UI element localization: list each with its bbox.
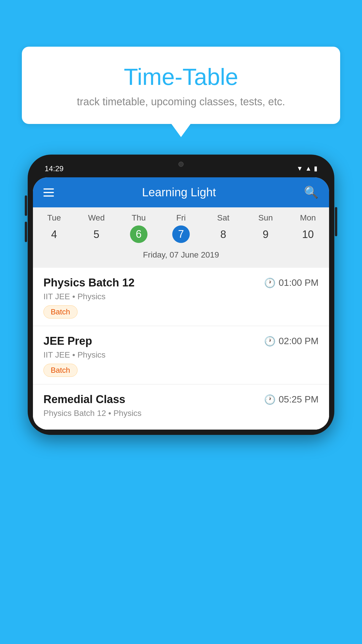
schedule-item-3[interactable]: Remedial Class 🕐 05:25 PM Physics Batch … xyxy=(33,384,329,430)
day-5[interactable]: 5 xyxy=(75,225,117,244)
schedule-item-1-name: Physics Batch 12 xyxy=(43,276,135,289)
schedule-item-3-header: Remedial Class 🕐 05:25 PM xyxy=(43,393,319,406)
day-header-thu: Thu xyxy=(117,213,160,223)
calendar-strip: Tue Wed Thu Fri Sat Sun Mon 4 5 6 7 8 9 … xyxy=(33,207,329,268)
hamburger-line-2 xyxy=(43,192,54,193)
schedule-item-2[interactable]: JEE Prep 🕐 02:00 PM IIT JEE • Physics Ba… xyxy=(33,326,329,384)
day-header-sat: Sat xyxy=(202,213,245,223)
day-header-tue: Tue xyxy=(33,213,75,223)
day-9[interactable]: 9 xyxy=(245,225,287,244)
schedule-item-2-header: JEE Prep 🕐 02:00 PM xyxy=(43,335,319,347)
signal-icon: ▲ xyxy=(305,165,312,172)
day-headers: Tue Wed Thu Fri Sat Sun Mon xyxy=(33,213,329,223)
schedule-item-2-time-text: 02:00 PM xyxy=(279,336,319,346)
day-7-selected[interactable]: 7 xyxy=(172,225,190,243)
clock-icon-2: 🕐 xyxy=(264,336,276,347)
phone-time: 14:29 xyxy=(45,164,64,173)
day-10[interactable]: 10 xyxy=(287,225,329,244)
volume-down-button xyxy=(25,222,27,242)
schedule-item-3-time-text: 05:25 PM xyxy=(279,394,319,405)
status-icons: ▼ ▲ ▮ xyxy=(296,165,317,172)
day-header-sun: Sun xyxy=(245,213,287,223)
hamburger-line-3 xyxy=(43,195,54,197)
volume-up-button xyxy=(25,195,27,216)
phone-outer: 14:29 ▼ ▲ ▮ Learning Light 🔍 xyxy=(28,155,334,435)
schedule-item-2-tag: Batch xyxy=(43,364,78,377)
schedule-list: Physics Batch 12 🕐 01:00 PM IIT JEE • Ph… xyxy=(33,268,329,430)
speech-bubble-container: Time-Table track timetable, upcoming cla… xyxy=(22,47,340,124)
app-title: Learning Light xyxy=(54,186,304,199)
search-button[interactable]: 🔍 xyxy=(304,186,319,199)
bubble-subtitle: track timetable, upcoming classes, tests… xyxy=(34,96,328,108)
selected-date-label: Friday, 07 June 2019 xyxy=(33,248,329,265)
schedule-item-1[interactable]: Physics Batch 12 🕐 01:00 PM IIT JEE • Ph… xyxy=(33,268,329,326)
day-header-wed: Wed xyxy=(75,213,117,223)
schedule-item-3-meta: Physics Batch 12 • Physics xyxy=(43,409,319,418)
schedule-item-2-meta: IIT JEE • Physics xyxy=(43,350,319,360)
day-4[interactable]: 4 xyxy=(33,225,75,244)
clock-icon-1: 🕐 xyxy=(264,277,276,288)
hamburger-line-1 xyxy=(43,188,54,190)
app-header: Learning Light 🔍 xyxy=(33,177,329,207)
power-button xyxy=(335,207,337,236)
schedule-item-1-time: 🕐 01:00 PM xyxy=(264,277,319,288)
day-header-fri: Fri xyxy=(160,213,202,223)
schedule-item-1-tag: Batch xyxy=(43,305,78,318)
phone-wrapper: 14:29 ▼ ▲ ▮ Learning Light 🔍 xyxy=(28,155,334,644)
schedule-item-1-header: Physics Batch 12 🕐 01:00 PM xyxy=(43,276,319,289)
hamburger-menu-button[interactable] xyxy=(43,188,54,197)
clock-icon-3: 🕐 xyxy=(264,394,276,405)
schedule-item-1-time-text: 01:00 PM xyxy=(279,277,319,288)
phone-notch xyxy=(169,160,193,169)
phone-screen: Learning Light 🔍 Tue Wed Thu Fri Sat Sun… xyxy=(33,177,329,430)
schedule-item-3-time: 🕐 05:25 PM xyxy=(264,394,319,405)
day-8[interactable]: 8 xyxy=(202,225,245,244)
day-numbers: 4 5 6 7 8 9 10 xyxy=(33,225,329,244)
day-header-mon: Mon xyxy=(287,213,329,223)
day-6-today[interactable]: 6 xyxy=(130,225,147,243)
bubble-title: Time-Table xyxy=(34,64,328,90)
phone-status-bar: 14:29 ▼ ▲ ▮ xyxy=(33,160,329,177)
phone-camera xyxy=(178,162,184,167)
schedule-item-2-time: 🕐 02:00 PM xyxy=(264,336,319,347)
schedule-item-2-name: JEE Prep xyxy=(43,335,92,347)
schedule-item-1-meta: IIT JEE • Physics xyxy=(43,292,319,301)
wifi-icon: ▼ xyxy=(296,165,303,172)
schedule-item-3-name: Remedial Class xyxy=(43,393,125,406)
speech-bubble: Time-Table track timetable, upcoming cla… xyxy=(22,47,340,124)
battery-icon: ▮ xyxy=(314,165,317,172)
